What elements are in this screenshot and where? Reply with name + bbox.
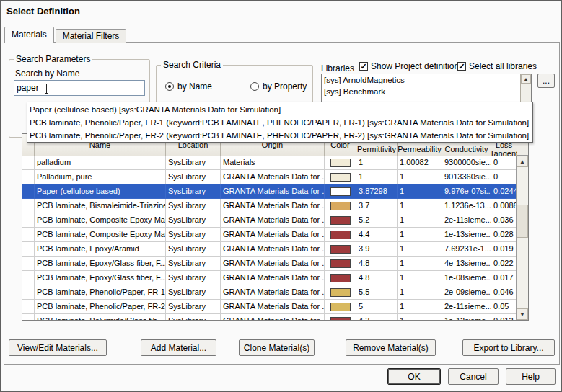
cell-color[interactable]	[325, 242, 356, 257]
cell-permittivity[interactable]: 4.4	[356, 228, 398, 242]
cell-permeability[interactable]: 1	[398, 242, 442, 257]
cell-conductivity[interactable]: 2e-11sieme...	[442, 213, 491, 228]
cell-origin[interactable]: GRANTA Materials Data for ...	[221, 242, 325, 257]
cell-conductivity[interactable]: 4e-13sieme...	[442, 257, 491, 271]
cell-permeability[interactable]: 1	[398, 184, 442, 199]
cell-name[interactable]: PCB laminate, Epoxy/Aramid	[35, 242, 166, 257]
cell-loss[interactable]: 0	[491, 170, 517, 184]
cell-name[interactable]: PCB laminate, Bismaleimide-Triazine	[35, 199, 166, 213]
row-selector[interactable]	[22, 314, 35, 320]
table-row[interactable]: PCB laminate, Epoxy/Glass fiber, F...Sys…	[22, 257, 517, 271]
cell-name[interactable]: PCB laminate, Phenolic/Paper, FR-1	[35, 285, 166, 300]
cell-permittivity[interactable]: 3.9	[356, 242, 398, 257]
cell-conductivity[interactable]: 9.976e-07si...	[442, 184, 491, 199]
cell-conductivity[interactable]: 1e-08sieme...	[442, 271, 491, 285]
cell-permeability[interactable]: 1	[398, 213, 442, 228]
cell-loss[interactable]: 0.05	[491, 300, 517, 314]
cell-color[interactable]	[325, 257, 356, 271]
cell-location[interactable]: SysLibrary	[166, 228, 221, 242]
cell-permeability[interactable]: 1	[398, 300, 442, 314]
cell-loss[interactable]: 0.0244	[491, 184, 517, 199]
cell-permittivity[interactable]: 1	[356, 170, 398, 184]
row-selector[interactable]	[22, 271, 35, 285]
table-row[interactable]: PCB laminate, Composite Epoxy Ma...SysLi…	[22, 213, 517, 228]
row-selector[interactable]	[22, 199, 35, 213]
cell-name[interactable]: PCB laminate, Epoxy/Glass fiber, F...	[35, 271, 166, 285]
cell-color[interactable]	[325, 300, 356, 314]
row-selector[interactable]	[22, 242, 35, 257]
cell-permittivity[interactable]: 4.8	[356, 271, 398, 285]
cell-color[interactable]	[325, 170, 356, 184]
cell-permittivity[interactable]: 3.7	[356, 199, 398, 213]
row-selector[interactable]	[22, 184, 35, 199]
cell-permittivity[interactable]: 4.3	[356, 314, 398, 320]
cell-location[interactable]: SysLibrary	[166, 271, 221, 285]
cell-permeability[interactable]: 1	[398, 285, 442, 300]
scrollbar-thumb[interactable]	[517, 205, 528, 238]
table-row[interactable]: Paper (cellulose based)SysLibraryGRANTA …	[22, 184, 517, 199]
row-selector[interactable]	[22, 228, 35, 242]
cell-conductivity[interactable]: 9300000sie...	[442, 156, 491, 170]
cell-location[interactable]: SysLibrary	[166, 156, 221, 170]
cell-color[interactable]	[325, 156, 356, 170]
cell-location[interactable]: SysLibrary	[166, 184, 221, 199]
cell-permittivity[interactable]: 4.8	[356, 257, 398, 271]
cell-conductivity[interactable]: 1.1236e-13...	[442, 199, 491, 213]
cell-name[interactable]: PCB laminate, Phenolic/Paper, FR-2	[35, 300, 166, 314]
cell-origin[interactable]: GRANTA Materials Data for ...	[221, 199, 325, 213]
help-button[interactable]: Help	[506, 368, 556, 385]
table-row[interactable]: PCB laminate, Phenolic/Paper, FR-1SysLib…	[22, 285, 517, 300]
export-to-library-button[interactable]: Export to Library...	[462, 339, 555, 356]
cell-name[interactable]: PCB laminate, Epoxy/Glass fiber, F...	[35, 257, 166, 271]
cell-permeability[interactable]: 1	[398, 257, 442, 271]
clone-material-s-button[interactable]: Clone Material(s)	[239, 339, 315, 356]
radio-option-by-property[interactable]: by Property	[250, 81, 307, 92]
cell-origin[interactable]: GRANTA Materials Data for ...	[221, 314, 325, 320]
cancel-button[interactable]: Cancel	[448, 368, 499, 385]
cell-conductivity[interactable]: 7.69231e-1...	[442, 242, 491, 257]
cell-permittivity[interactable]: 5.5	[356, 285, 398, 300]
scroll-up-icon[interactable]: ▲	[517, 156, 528, 167]
cell-origin[interactable]: GRANTA Materials Data for ...	[221, 213, 325, 228]
select-all-libraries-checkbox[interactable]: ✓ Select all libraries	[457, 61, 537, 71]
cell-color[interactable]	[325, 271, 356, 285]
cell-loss[interactable]: 0.019	[491, 242, 517, 257]
cell-origin[interactable]: GRANTA Materials Data for ...	[221, 257, 325, 271]
table-row[interactable]: PCB laminate, Bismaleimide-TriazineSysLi…	[22, 199, 517, 213]
suggestion-item[interactable]: PCB laminate, Phenolic/Paper, FR-2 (keyw…	[27, 129, 532, 142]
search-by-name-input[interactable]: paper	[14, 80, 145, 96]
cell-color[interactable]	[325, 199, 356, 213]
cell-name[interactable]: Paper (cellulose based)	[35, 184, 166, 199]
cell-origin[interactable]: Materials	[221, 156, 325, 170]
browse-libraries-button[interactable]: ...	[537, 74, 555, 88]
cell-permittivity[interactable]: 5.2	[356, 213, 398, 228]
cell-loss[interactable]: 0.017	[491, 271, 517, 285]
view-edit-materials-button[interactable]: View/Edit Materials...	[9, 339, 107, 356]
cell-location[interactable]: SysLibrary	[166, 170, 221, 184]
remove-material-s-button[interactable]: Remove Material(s)	[346, 339, 436, 356]
ok-button[interactable]: OK	[387, 368, 441, 385]
cell-name[interactable]: Palladium, pure	[35, 170, 166, 184]
cell-origin[interactable]: GRANTA Materials Data for ...	[221, 300, 325, 314]
cell-location[interactable]: SysLibrary	[166, 300, 221, 314]
cell-color[interactable]	[325, 228, 356, 242]
cell-loss[interactable]: 0.012	[491, 314, 517, 320]
cell-color[interactable]	[325, 213, 356, 228]
cell-location[interactable]: SysLibrary	[166, 242, 221, 257]
cell-permittivity[interactable]: 3.87298	[356, 184, 398, 199]
table-row[interactable]: PCB laminate, Phenolic/Paper, FR-2SysLib…	[22, 300, 517, 314]
cell-name[interactable]: PCB laminate, Composite Epoxy Ma...	[35, 228, 166, 242]
library-item[interactable]: [sys] ArnoldMagnetics	[322, 74, 520, 86]
cell-loss[interactable]: 0.028	[491, 228, 517, 242]
add-material-button[interactable]: Add Material...	[141, 339, 216, 356]
cell-loss[interactable]: 0.046	[491, 285, 517, 300]
cell-conductivity[interactable]: 1e-13sieme...	[442, 228, 491, 242]
cell-permeability[interactable]: 1.00082	[398, 156, 442, 170]
cell-loss[interactable]: 0.0086	[491, 199, 517, 213]
cell-location[interactable]: SysLibrary	[166, 213, 221, 228]
show-project-definitions-checkbox[interactable]: ✓ Show Project definitions	[359, 61, 463, 71]
cell-permeability[interactable]: 1	[398, 271, 442, 285]
cell-location[interactable]: SysLibrary	[166, 285, 221, 300]
cell-loss[interactable]: 0.022	[491, 257, 517, 271]
radio-option-by-name[interactable]: by Name	[165, 81, 212, 92]
